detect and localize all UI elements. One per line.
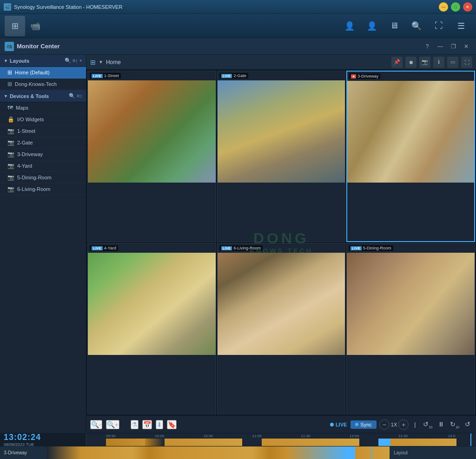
cam5-image bbox=[218, 253, 345, 355]
calendar-button[interactable]: 📅 bbox=[142, 420, 152, 429]
monitor-button[interactable]: 🖥 bbox=[384, 16, 404, 36]
record-button[interactable]: ⏺ bbox=[405, 57, 416, 68]
grid-separator: ▼ bbox=[99, 59, 103, 65]
monitor-restore-button[interactable]: ❐ bbox=[448, 41, 458, 52]
cam3-live-badge: ● bbox=[351, 74, 356, 79]
search-button[interactable]: 🔍 bbox=[406, 16, 427, 36]
download-button[interactable]: ⬇ bbox=[156, 420, 163, 429]
cam6-label: LIVE 5-Dining-Room bbox=[349, 245, 393, 251]
monitor-center-title: Monitor Center bbox=[17, 43, 60, 50]
person-icon: 👤 bbox=[367, 21, 377, 31]
device-1-street[interactable]: 📷 1-Street bbox=[0, 125, 86, 137]
device-living-label: 6-Living-Room bbox=[17, 186, 51, 192]
camera-cell-5-dining[interactable]: LIVE 5-Dining-Room bbox=[346, 243, 475, 414]
refresh-button[interactable]: ↺ bbox=[463, 420, 472, 429]
cam1-label: LIVE 1-Street bbox=[90, 73, 121, 79]
camera-cell-1-street[interactable]: LIVE 1-Street bbox=[87, 71, 216, 242]
window-title: Synology Surveillance Station - HOMESERV… bbox=[14, 4, 436, 10]
maximize-button[interactable]: □ bbox=[451, 2, 460, 12]
user-icon-button[interactable]: 👤 bbox=[339, 16, 360, 36]
search-devices-icon[interactable]: 🔍 bbox=[69, 93, 75, 99]
layout-home-label: Home (Default) bbox=[15, 70, 50, 75]
sort-layouts-icon[interactable]: ≡↕ bbox=[73, 58, 78, 64]
menu-button[interactable]: ☰ bbox=[451, 16, 471, 36]
clock-date: 08/08/2023 TUE bbox=[4, 442, 82, 446]
camera-cell-2-gate[interactable]: LIVE 2-Gate bbox=[217, 71, 346, 242]
cam-driveway-icon: 📷 bbox=[7, 151, 14, 157]
camera-icon: 📹 bbox=[30, 21, 40, 31]
speed-label: 1X bbox=[391, 422, 397, 427]
time-mark-1100: 11:00 bbox=[232, 434, 281, 438]
layout-dong-label: Dong-Knows-Tech bbox=[15, 81, 57, 87]
sync-dot bbox=[355, 423, 358, 426]
bookmark-button[interactable]: 🔖 bbox=[167, 420, 177, 429]
zoom-in-button[interactable]: 🔍+ bbox=[106, 420, 119, 429]
device-2-gate[interactable]: 📷 2-Gate bbox=[0, 137, 86, 149]
fullscreen-button[interactable]: ⛶ bbox=[429, 16, 449, 36]
status-cam-name: 3-Driveway bbox=[0, 450, 46, 455]
device-io-widgets[interactable]: 🔒 I/O Widgets bbox=[0, 114, 86, 125]
fullscreen-grid-button[interactable]: ⛶ bbox=[461, 57, 472, 68]
cam4-name: 4-Yard bbox=[104, 246, 116, 250]
back-10-button[interactable]: ↺10 bbox=[421, 420, 434, 430]
time-mark-1000: 10:00 bbox=[135, 434, 184, 438]
search-layouts-icon[interactable]: 🔍 bbox=[65, 58, 71, 64]
layout-dong-knows[interactable]: ⊞ Dong-Knows-Tech bbox=[0, 79, 86, 90]
camera-cell-3-driveway[interactable]: ● 3-Driveway bbox=[346, 71, 475, 242]
filter-button[interactable]: ⚗ bbox=[131, 420, 139, 429]
cam2-image bbox=[218, 80, 345, 183]
device-4-yard[interactable]: 📷 4-Yard bbox=[0, 160, 86, 172]
account-button[interactable]: 👤 bbox=[362, 16, 382, 36]
device-yard-label: 4-Yard bbox=[17, 163, 32, 169]
layout-home-default[interactable]: ⊞ Home (Default) bbox=[0, 67, 86, 79]
bottom-status: 3-Driveway Layout bbox=[0, 446, 476, 459]
grid-header: ⊞ ▼ Home 📌 ⏺ 📷 ℹ ▭ ⛶ bbox=[86, 55, 476, 70]
fwd-10-button[interactable]: ↻10 bbox=[448, 420, 461, 430]
cam-yard-icon: 📷 bbox=[7, 163, 14, 169]
close-button[interactable]: ✕ bbox=[463, 2, 472, 12]
user-avatar-icon: 👤 bbox=[344, 21, 355, 31]
help-button[interactable]: ? bbox=[422, 41, 432, 52]
layout-button[interactable]: ▭ bbox=[447, 57, 458, 68]
snapshot-button[interactable]: 📷 bbox=[419, 57, 430, 68]
pause-button[interactable]: ⏸ bbox=[436, 420, 446, 429]
cam2-name: 2-Gate bbox=[233, 73, 246, 78]
add-layout-icon[interactable]: + bbox=[79, 58, 82, 64]
status-timeline[interactable] bbox=[46, 446, 390, 459]
speed-increase-button[interactable]: + bbox=[398, 420, 409, 430]
monitor-close-button[interactable]: ✕ bbox=[461, 41, 471, 52]
camera-cell-6-living[interactable]: LIVE 6-Living-Room bbox=[217, 243, 346, 414]
cam6-live-badge: LIVE bbox=[350, 246, 362, 250]
device-maps[interactable]: 🗺 Maps bbox=[0, 102, 86, 114]
camera-button[interactable]: 📹 bbox=[25, 16, 46, 36]
devices-section-header: ▼ Devices & Tools 🔍 ≡↕ bbox=[0, 90, 86, 102]
device-3-driveway[interactable]: 📷 3-Driveway bbox=[0, 149, 86, 160]
grid-view-button[interactable]: ⊞ bbox=[5, 16, 25, 36]
sync-button[interactable]: Sync bbox=[350, 420, 376, 429]
timeline-scroll[interactable]: 09:30 10:00 10:30 11:00 11:30 12:00 12:3… bbox=[86, 433, 476, 446]
pin-button[interactable]: 📌 bbox=[391, 57, 403, 68]
devices-toggle[interactable]: ▼ bbox=[4, 94, 8, 98]
sort-devices-icon[interactable]: ≡↕ bbox=[77, 93, 82, 99]
layouts-title: Layouts bbox=[10, 58, 63, 64]
grid-header-icon: ⊞ bbox=[90, 59, 96, 66]
layouts-toggle[interactable]: ▼ bbox=[4, 59, 8, 63]
cam6-image bbox=[347, 253, 475, 355]
live-indicator: LIVE bbox=[330, 422, 347, 427]
cam4-image bbox=[88, 253, 216, 355]
device-6-living[interactable]: 📷 6-Living-Room bbox=[0, 184, 86, 195]
io-icon: 🔒 bbox=[7, 116, 14, 123]
camera-cell-4-yard[interactable]: LIVE 4-Yard bbox=[87, 243, 216, 414]
time-mark-1200: 12:00 bbox=[330, 434, 379, 438]
device-5-dining[interactable]: 📷 5-Dining-Room bbox=[0, 172, 86, 184]
timeline-bar: 13:02:24 08/08/2023 TUE 09:30 10:00 10:3… bbox=[0, 433, 476, 446]
info-button[interactable]: ℹ bbox=[433, 57, 444, 68]
cam5-live-badge: LIVE bbox=[221, 246, 232, 250]
zoom-out-button[interactable]: 🔍- bbox=[90, 420, 102, 429]
devices-title: Devices & Tools bbox=[10, 93, 67, 99]
app-icon: 📹 bbox=[4, 3, 11, 11]
speed-decrease-button[interactable]: − bbox=[379, 420, 390, 430]
devices-tools-section: ▼ Devices & Tools 🔍 ≡↕ 🗺 Maps 🔒 I/O Widg… bbox=[0, 90, 86, 433]
minimize-button[interactable]: — bbox=[439, 2, 448, 12]
monitor-minimize-button[interactable]: — bbox=[435, 41, 445, 52]
